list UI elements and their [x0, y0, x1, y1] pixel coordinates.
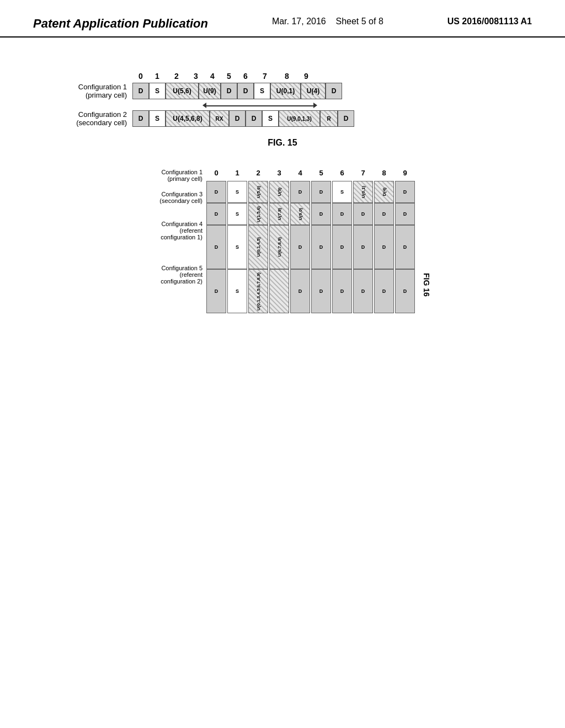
c1-cell-1: S [149, 83, 166, 99]
gc-2-c1: U(5,6) [248, 181, 268, 203]
c2-cell-4: D [229, 110, 246, 127]
patent-number: US 2016/0081113 A1 [447, 17, 532, 26]
gc-2-c4: U(0,1,4,5) [248, 225, 268, 269]
row-label-4: Configuration 4(referentconfiguration 1) [134, 208, 206, 253]
arrow-line [204, 105, 315, 106]
sheet-info: Sheet 5 of 8 [336, 17, 383, 26]
gc-7-c5: D [353, 269, 373, 313]
fig15-caption: FIG. 15 [33, 138, 532, 148]
gc-4-c4: D [290, 225, 310, 269]
c2-cell-5: D [246, 110, 262, 127]
gc-8-c4: D [374, 225, 394, 269]
c1-cell-9: D [326, 83, 342, 99]
c1-cell-4: D [221, 83, 237, 99]
gc-4-c3: U(9,0) [290, 203, 310, 225]
col-num-7: 7 [254, 71, 276, 82]
col-num-0: 0 [132, 72, 149, 81]
gc-3-c1: U(9) [269, 181, 289, 203]
col-num-6: 6 [237, 72, 254, 81]
gc-0-c4: D [206, 225, 226, 269]
c1-cell-6: S [254, 83, 270, 99]
c1-cell-7: U(0,1) [270, 83, 301, 99]
publication-date-sheet: Mar. 17, 2016 Sheet 5 of 8 [272, 17, 383, 26]
c1-cell-0: D [132, 83, 149, 99]
gc-6-c3: D [332, 203, 352, 225]
c2-cell-0: D [132, 110, 149, 127]
grid-col-2: 2 U(5,6) U(1,5,6) U(0,1,4,5) U(0,1,3,4,5… [248, 164, 269, 313]
c2-cell-3: RX [210, 110, 229, 127]
gc-9-c4: D [395, 225, 415, 269]
c1-cell-5: D [237, 83, 254, 99]
gc-2-c5: U(0,1,3,4,5,6,7,8,9) [248, 269, 268, 313]
gc-9-c5: D [395, 269, 415, 313]
col-header-1: 1 [227, 164, 248, 181]
gc-7-c4: D [353, 225, 373, 269]
gc-3-c5 [269, 269, 289, 313]
c2-cell-8: R [320, 110, 338, 127]
page-header: Patent Application Publication Mar. 17, … [0, 0, 565, 38]
config2-label: Configuration 2 (secondary cell) [33, 110, 132, 127]
fig15-section: 0 1 2 3 4 5 6 7 8 9 Configuration 1 (pri… [33, 71, 532, 127]
gc-4-c1: D [290, 181, 310, 203]
config1-label: Configuration 1 (primary cell) [33, 83, 132, 99]
col-num-2: 2 [166, 71, 188, 82]
gc-8-c1: D(4) [374, 181, 394, 203]
grid-col-1: 1 S S S S [227, 164, 248, 313]
gc-9-c1: D [395, 181, 415, 203]
col-num-3: 3 [188, 72, 204, 81]
gc-0-c1: D [206, 181, 226, 203]
gc-8-c3: D [374, 203, 394, 225]
c2-cell-6: S [262, 110, 279, 127]
col-num-9: 9 [298, 72, 315, 81]
gc-1-c3: S [227, 203, 247, 225]
gc-0-c3: D [206, 203, 226, 225]
fig16-caption: FIG 16 [422, 273, 431, 313]
gc-6-c5: D [332, 269, 352, 313]
gc-4-c5: D [290, 269, 310, 313]
col-header-7: 7 [353, 164, 374, 181]
row-label-1: Configuration 1(primary cell) [134, 164, 206, 186]
c2-cell-9: D [338, 110, 354, 127]
col-header-2: 2 [248, 164, 269, 181]
grid-col-5: 5 D D D D [311, 164, 332, 313]
col-header-4: 4 [290, 164, 311, 181]
col-header-8: 8 [374, 164, 395, 181]
publication-date: Mar. 17, 2016 [272, 17, 326, 26]
gc-6-c1: S [332, 181, 352, 203]
gc-5-c3: D [311, 203, 331, 225]
gc-6-c4: D [332, 225, 352, 269]
c1-cell-2: U(5,6) [166, 83, 199, 99]
col-num-1: 1 [149, 72, 166, 81]
grid-col-8: 8 D(4) D D D [374, 164, 395, 313]
grid-col-4: 4 D U(9,0) D D [290, 164, 311, 313]
gc-3-c4: U(6,7,8,9) [269, 225, 289, 269]
gc-9-c3: D [395, 203, 415, 225]
col-header-9: 9 [395, 164, 415, 181]
col-header-6: 6 [332, 164, 353, 181]
gc-5-c5: D [311, 269, 331, 313]
grid-columns: 0 D D D D 1 S S S S 2 U(5,6) [206, 164, 415, 313]
gc-3-c3: U(7,8) [269, 203, 289, 225]
grid-col-3: 3 U(9) U(7,8) U(6,7,8,9) [269, 164, 290, 313]
arrow-container [132, 100, 532, 110]
col-header-3: 3 [269, 164, 290, 181]
arrow-head-left [202, 103, 206, 108]
col-num-5: 5 [221, 72, 237, 81]
col-header-0: 0 [206, 164, 227, 181]
gc-1-c5: S [227, 269, 247, 313]
grid-col-9: 9 D D D D [395, 164, 415, 313]
grid-col-6: 6 S D D D [332, 164, 353, 313]
c2-cell-2: U(4,5,6,8) [166, 110, 210, 127]
gc-7-c1: U(0,1) [353, 181, 373, 203]
grid-col-0: 0 D D D D [206, 164, 227, 313]
row-label-5: Configuration 5(referentconfiguration 2) [134, 253, 206, 297]
row-label-3: Configuration 3(secondary cell) [134, 186, 206, 208]
c2-cell-7: U(9,0,1,3) [279, 110, 320, 127]
c2-cell-1: S [149, 110, 166, 127]
gc-5-c4: D [311, 225, 331, 269]
gc-5-c1: D [311, 181, 331, 203]
gc-1-c1: S [227, 181, 247, 203]
main-content: 0 1 2 3 4 5 6 7 8 9 Configuration 1 (pri… [0, 38, 565, 335]
col-header-5: 5 [311, 164, 332, 181]
c1-cell-3: U(9) [199, 83, 221, 99]
